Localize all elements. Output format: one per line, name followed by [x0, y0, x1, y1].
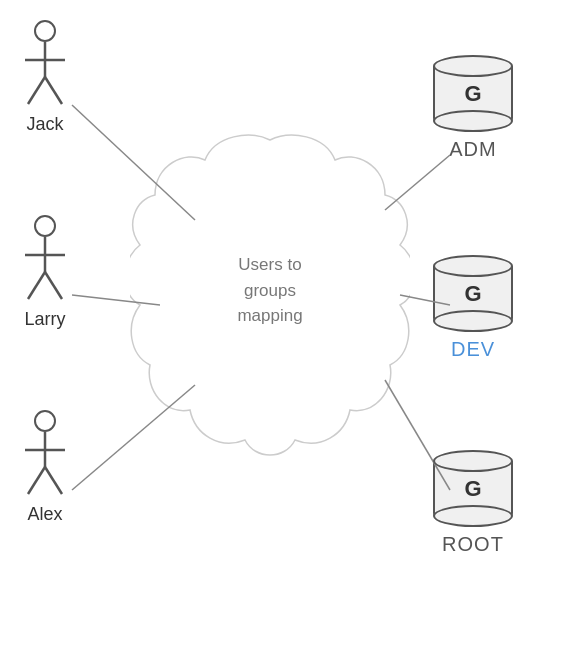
- user-jack: Jack: [15, 20, 75, 135]
- db-top-root: [433, 450, 513, 472]
- group-root: G ROOT: [433, 450, 513, 556]
- db-bottom-adm: [433, 110, 513, 132]
- cloud-label: Users to groups mapping: [237, 252, 302, 329]
- svg-line-12: [28, 272, 45, 299]
- db-bottom-root: [433, 505, 513, 527]
- group-dev: G DEV: [433, 255, 513, 361]
- db-cylinder-root: G: [433, 450, 513, 525]
- group-adm-label: ADM: [449, 138, 496, 161]
- group-adm: G ADM: [433, 55, 513, 161]
- user-larry-label: Larry: [24, 309, 65, 330]
- person-body-larry: [20, 237, 70, 305]
- svg-line-13: [45, 272, 62, 299]
- person-figure-alex: [15, 410, 75, 500]
- user-alex-label: Alex: [27, 504, 62, 525]
- db-letter-dev: G: [464, 281, 481, 307]
- svg-line-17: [45, 467, 62, 494]
- svg-line-9: [45, 77, 62, 104]
- person-body-alex: [20, 432, 70, 500]
- db-top-adm: [433, 55, 513, 77]
- person-head-larry: [34, 215, 56, 237]
- db-bottom-dev: [433, 310, 513, 332]
- db-cylinder-adm: G: [433, 55, 513, 130]
- svg-line-16: [28, 467, 45, 494]
- user-larry: Larry: [15, 215, 75, 330]
- group-root-label: ROOT: [442, 533, 504, 556]
- person-head-jack: [34, 20, 56, 42]
- person-figure-larry: [15, 215, 75, 305]
- diagram: Users to groups mapping Jack: [0, 0, 568, 656]
- cloud-shape: Users to groups mapping: [130, 120, 410, 460]
- group-dev-label: DEV: [451, 338, 495, 361]
- person-head-alex: [34, 410, 56, 432]
- svg-line-8: [28, 77, 45, 104]
- person-figure-jack: [15, 20, 75, 110]
- user-jack-label: Jack: [26, 114, 63, 135]
- db-letter-adm: G: [464, 81, 481, 107]
- db-top-dev: [433, 255, 513, 277]
- db-letter-root: G: [464, 476, 481, 502]
- user-alex: Alex: [15, 410, 75, 525]
- person-body-jack: [20, 42, 70, 110]
- db-cylinder-dev: G: [433, 255, 513, 330]
